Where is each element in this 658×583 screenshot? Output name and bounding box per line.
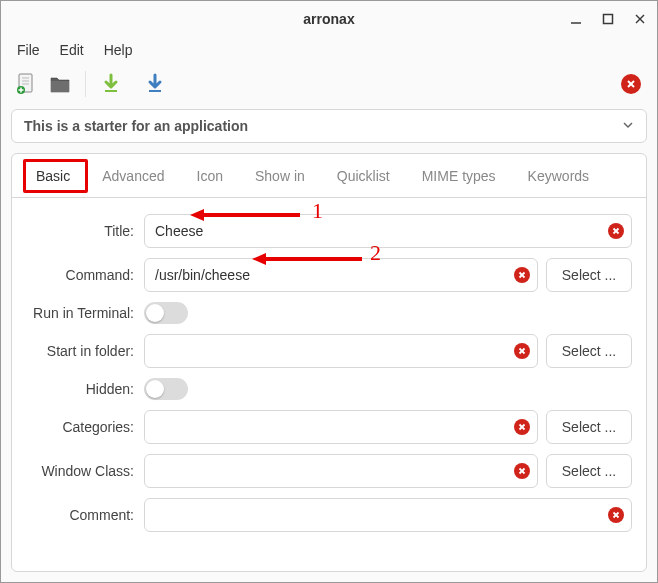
select-command-button[interactable]: Select ... — [546, 258, 632, 292]
select-window-class-button[interactable]: Select ... — [546, 454, 632, 488]
menu-bar: File Edit Help — [1, 37, 657, 63]
row-run-in-terminal: Run in Terminal: — [26, 302, 632, 324]
clear-categories-button[interactable] — [514, 419, 530, 435]
close-icon — [514, 267, 530, 283]
new-file-icon[interactable] — [13, 71, 39, 97]
starter-type-label: This is a starter for an application — [24, 118, 248, 134]
label-start-in-folder: Start in folder: — [26, 343, 136, 359]
window-controls — [569, 1, 647, 36]
title-bar: arronax — [1, 1, 657, 37]
hidden-toggle[interactable] — [144, 378, 188, 400]
download-green-icon[interactable] — [98, 71, 124, 97]
label-title: Title: — [26, 223, 136, 239]
close-window-button[interactable] — [633, 12, 647, 26]
row-title: Title: — [26, 214, 632, 248]
tab-container: Basic Advanced Icon Show in Quicklist MI… — [11, 153, 647, 572]
minimize-button[interactable] — [569, 12, 583, 26]
label-comment: Comment: — [26, 507, 136, 523]
close-icon — [514, 463, 530, 479]
row-categories: Categories: Select ... — [26, 410, 632, 444]
clear-start-in-folder-button[interactable] — [514, 343, 530, 359]
menu-file[interactable]: File — [9, 40, 48, 60]
download-blue-icon[interactable] — [142, 71, 168, 97]
comment-input[interactable] — [144, 498, 632, 532]
row-comment: Comment: — [26, 498, 632, 532]
window-title: arronax — [303, 11, 354, 27]
tab-keywords[interactable]: Keywords — [512, 158, 605, 194]
tab-advanced[interactable]: Advanced — [86, 158, 180, 194]
categories-input[interactable] — [144, 410, 538, 444]
label-hidden: Hidden: — [26, 381, 136, 397]
menu-help[interactable]: Help — [96, 40, 141, 60]
run-in-terminal-toggle[interactable] — [144, 302, 188, 324]
close-icon — [608, 507, 624, 523]
label-window-class: Window Class: — [26, 463, 136, 479]
chevron-down-icon — [622, 118, 634, 134]
close-icon — [514, 419, 530, 435]
select-start-folder-button[interactable]: Select ... — [546, 334, 632, 368]
close-icon — [514, 343, 530, 359]
basic-form: Title: Command: — [12, 198, 646, 548]
row-start-in-folder: Start in folder: Select ... — [26, 334, 632, 368]
label-command: Command: — [26, 267, 136, 283]
tab-mime-types[interactable]: MIME types — [406, 158, 512, 194]
toolbar-close-button[interactable] — [621, 74, 641, 94]
close-icon — [608, 223, 624, 239]
tab-basic[interactable]: Basic — [20, 158, 86, 194]
app-window: arronax File Edit Help — [0, 0, 658, 583]
row-command: Command: Select ... — [26, 258, 632, 292]
tab-show-in[interactable]: Show in — [239, 158, 321, 194]
label-run-in-terminal: Run in Terminal: — [26, 305, 136, 321]
starter-row: This is a starter for an application — [1, 105, 657, 153]
clear-comment-button[interactable] — [608, 507, 624, 523]
close-icon — [621, 74, 641, 94]
clear-title-button[interactable] — [608, 223, 624, 239]
title-input[interactable] — [144, 214, 632, 248]
label-categories: Categories: — [26, 419, 136, 435]
tab-quicklist[interactable]: Quicklist — [321, 158, 406, 194]
maximize-button[interactable] — [601, 12, 615, 26]
command-input[interactable] — [144, 258, 538, 292]
menu-edit[interactable]: Edit — [52, 40, 92, 60]
select-categories-button[interactable]: Select ... — [546, 410, 632, 444]
start-in-folder-input[interactable] — [144, 334, 538, 368]
starter-type-select[interactable]: This is a starter for an application — [11, 109, 647, 143]
open-folder-icon[interactable] — [47, 71, 73, 97]
clear-window-class-button[interactable] — [514, 463, 530, 479]
clear-command-button[interactable] — [514, 267, 530, 283]
window-class-input[interactable] — [144, 454, 538, 488]
row-window-class: Window Class: Select ... — [26, 454, 632, 488]
tab-bar: Basic Advanced Icon Show in Quicklist MI… — [12, 154, 646, 198]
row-hidden: Hidden: — [26, 378, 632, 400]
svg-rect-1 — [604, 14, 613, 23]
tool-bar — [1, 63, 657, 105]
toolbar-separator — [85, 71, 86, 97]
tab-icon[interactable]: Icon — [181, 158, 239, 194]
